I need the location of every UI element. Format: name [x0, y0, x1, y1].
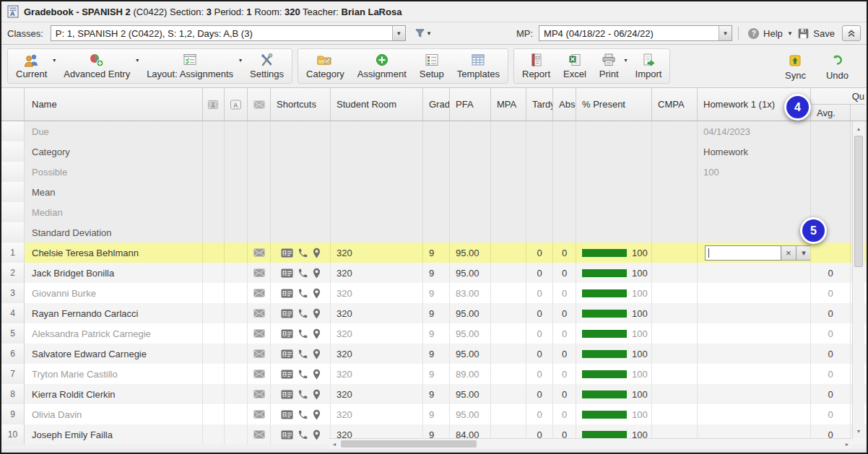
import-button[interactable]: Import	[629, 50, 669, 82]
mp-dropdown[interactable]: MP4 (04/18/22 - 06/24/22) ▾	[539, 25, 732, 41]
assignment-grade-cell[interactable]: × ▾	[698, 243, 811, 263]
student-row[interactable]: 7 Tryton Marie Castillo 320 9 89.00 0 0 …	[1, 364, 867, 384]
email-student-button[interactable]	[248, 364, 271, 384]
grade-dropdown-button[interactable]: ▾	[797, 245, 811, 261]
location-pin-icon[interactable]	[313, 268, 321, 279]
phone-icon[interactable]	[298, 429, 308, 440]
collapse-panel-button[interactable]	[842, 25, 861, 41]
header-avg[interactable]: Avg.	[811, 105, 851, 121]
phone-icon[interactable]	[298, 409, 308, 420]
filter-button[interactable]: ▾	[415, 28, 431, 38]
header-cmpa[interactable]: CMPA	[652, 88, 698, 121]
current-button[interactable]: ▾ Current	[9, 50, 57, 82]
chevron-down-icon[interactable]: ▾	[136, 57, 139, 64]
scroll-left-arrow-icon[interactable]: ◂	[329, 441, 339, 448]
settings-button[interactable]: Settings	[243, 50, 290, 82]
student-name[interactable]: Giovanni Burke	[25, 283, 203, 303]
phone-icon[interactable]	[298, 389, 308, 400]
student-name[interactable]: Chelsie Teresa Behlmann	[25, 243, 203, 263]
student-name[interactable]: Kierra Roldit Clerkin	[25, 384, 203, 404]
email-student-button[interactable]	[248, 344, 271, 364]
email-student-button[interactable]	[248, 303, 271, 323]
scroll-down-arrow-icon[interactable]: ▾	[853, 425, 864, 437]
location-pin-icon[interactable]	[313, 369, 321, 380]
chevron-down-icon[interactable]: ▾	[625, 57, 628, 64]
assignment-grade-cell[interactable]	[698, 323, 811, 344]
scroll-up-arrow-icon[interactable]: ▴	[853, 123, 864, 134]
chevron-down-icon[interactable]: ▾	[428, 30, 431, 37]
excel-button[interactable]: Excel	[557, 50, 593, 82]
assignment-button[interactable]: Assignment	[351, 50, 413, 82]
clear-grade-button[interactable]: ×	[781, 245, 797, 261]
student-row[interactable]: 9 Olivia Davin 320 9 95.00 0 0 100 0	[1, 404, 867, 424]
scroll-right-arrow-icon[interactable]: ▸	[842, 441, 852, 448]
sync-button[interactable]: Sync	[778, 48, 812, 84]
email-student-button[interactable]	[248, 384, 271, 404]
student-row[interactable]: 3 Giovanni Burke 320 9 83.00 0 0 100 0	[1, 283, 867, 303]
phone-icon[interactable]	[298, 328, 308, 339]
location-pin-icon[interactable]	[313, 288, 321, 299]
chevron-down-icon[interactable]: ▾	[239, 57, 242, 64]
header-student-room[interactable]: Student Room	[331, 88, 423, 121]
header-percent-present[interactable]: % Present	[576, 88, 652, 121]
header-next-assignment-partial[interactable]: Qu	[811, 88, 865, 105]
student-name[interactable]: Aleksandra Patrick Carnegie	[25, 323, 203, 344]
horizontal-scrollbar-thumb[interactable]	[341, 440, 477, 448]
contact-card-icon[interactable]	[281, 410, 293, 419]
student-name[interactable]: Rayan Fernando Carlacci	[25, 303, 203, 323]
contact-card-icon[interactable]	[281, 349, 293, 359]
assignment-grade-cell[interactable]	[698, 364, 811, 384]
contact-card-icon[interactable]	[281, 430, 293, 440]
phone-icon[interactable]	[298, 248, 308, 258]
assignment-grade-cell[interactable]	[698, 263, 811, 283]
contact-card-icon[interactable]	[281, 289, 293, 298]
email-student-button[interactable]	[248, 404, 271, 424]
student-name[interactable]: Tryton Marie Castillo	[25, 364, 203, 384]
phone-icon[interactable]	[298, 349, 308, 359]
contact-card-icon[interactable]	[281, 269, 293, 278]
contact-card-icon[interactable]	[281, 309, 293, 318]
header-photo-column[interactable]	[203, 88, 225, 121]
email-student-button[interactable]	[248, 283, 271, 303]
header-tardy[interactable]: Tardy	[526, 88, 553, 121]
email-student-button[interactable]	[248, 323, 271, 344]
header-grade[interactable]: Grade	[423, 88, 450, 121]
header-name[interactable]: Name	[25, 88, 203, 121]
location-pin-icon[interactable]	[313, 349, 321, 359]
email-student-button[interactable]	[248, 243, 271, 263]
contact-card-icon[interactable]	[281, 370, 293, 379]
vertical-scrollbar-thumb[interactable]	[854, 136, 863, 267]
student-row[interactable]: 1 Chelsie Teresa Behlmann 320 9 95.00 0 …	[1, 243, 867, 263]
chevron-down-icon[interactable]: ▾	[719, 26, 732, 40]
contact-card-icon[interactable]	[281, 248, 293, 258]
student-row[interactable]: 6 Salvatore Edward Carnegie 320 9 95.00 …	[1, 344, 867, 364]
contact-card-icon[interactable]	[281, 390, 293, 399]
help-button[interactable]: ? Help ▾	[745, 27, 794, 40]
student-name[interactable]: Jack Bridget Bonilla	[25, 263, 203, 283]
advanced-entry-button[interactable]: ▾ Advanced Entry	[57, 50, 140, 82]
undo-button[interactable]: Undo	[820, 48, 855, 84]
phone-icon[interactable]	[298, 288, 308, 299]
header-email-column[interactable]	[248, 88, 271, 121]
student-row[interactable]: 4 Rayan Fernando Carlacci 320 9 95.00 0 …	[1, 303, 867, 323]
print-button[interactable]: ▾ Print	[593, 50, 629, 82]
location-pin-icon[interactable]	[313, 429, 321, 440]
layout-assignments-button[interactable]: ▾ Layout: Assignments	[140, 50, 243, 82]
student-name[interactable]: Olivia Davin	[25, 404, 203, 424]
header-pfa[interactable]: PFA	[450, 88, 491, 121]
category-button[interactable]: Category	[300, 50, 351, 82]
assignment-grade-cell[interactable]	[698, 384, 811, 404]
assignment-grade-cell[interactable]	[698, 303, 811, 323]
chevron-down-icon[interactable]: ▾	[53, 57, 56, 64]
save-button[interactable]: Save	[794, 27, 838, 40]
location-pin-icon[interactable]	[313, 308, 321, 319]
phone-icon[interactable]	[298, 369, 308, 380]
vertical-scrollbar[interactable]: ▴ ▾	[852, 121, 864, 438]
location-pin-icon[interactable]	[313, 328, 321, 339]
assignment-grade-cell[interactable]	[698, 344, 811, 364]
horizontal-scrollbar[interactable]: ◂ ▸	[329, 438, 852, 449]
grade-input[interactable]	[705, 245, 781, 261]
header-alpha-column[interactable]: A	[225, 88, 248, 121]
student-name[interactable]: Salvatore Edward Carnegie	[25, 344, 203, 364]
student-row[interactable]: 2 Jack Bridget Bonilla 320 9 95.00 0 0 1…	[1, 263, 867, 283]
